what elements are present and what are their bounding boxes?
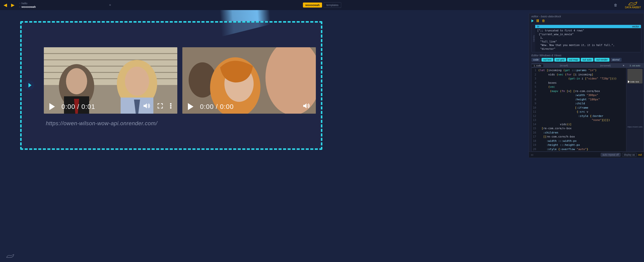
svg-point-16 bbox=[170, 103, 172, 105]
pill-out-render[interactable]: out render bbox=[594, 58, 609, 62]
editor-footer: ▭ auto repeat off display as out bbox=[529, 152, 644, 158]
editor-toolbar: 🗑 bbox=[529, 19, 644, 24]
code-line: 8 :height "180px" bbox=[532, 98, 626, 102]
tab-label: hello bbox=[21, 2, 27, 5]
pill-out-auto[interactable]: out auto bbox=[581, 58, 593, 62]
input-side-label: input(s) bbox=[532, 25, 535, 52]
pill-code[interactable]: code bbox=[531, 58, 540, 62]
preview-body: 0:00 / 0:0 https://owen-wilson- bbox=[626, 68, 643, 151]
logo: DATA RABBIT bbox=[625, 2, 641, 9]
code-tab-3[interactable]: (re-tunnel) bbox=[585, 64, 626, 67]
nav-forward-icon[interactable]: ▶ bbox=[10, 2, 16, 8]
code-wrap: 1. code (re-surf) (re-tunnel) ✕ 1(let [i… bbox=[531, 63, 644, 152]
code-line: 1(let [incoming (get :::params "in") bbox=[532, 68, 626, 73]
tab-active[interactable]: ≡ woooowah bbox=[19, 5, 36, 8]
display-as-button[interactable]: display as bbox=[622, 153, 637, 157]
trash-icon[interactable]: 🗑 bbox=[542, 19, 545, 23]
code-line: 12 :style {:border bbox=[532, 114, 626, 118]
code-line: 3 (get-in i ["video" "720p"]))) bbox=[532, 77, 626, 81]
canvas-block[interactable]: 0:00 / 0:01 bbox=[20, 21, 322, 150]
svg-marker-25 bbox=[303, 103, 307, 108]
preview-tab[interactable]: 3. out auto bbox=[626, 63, 643, 68]
view-pills: code out text out grid out map out auto … bbox=[529, 58, 644, 63]
tab-icon: ≡ bbox=[19, 6, 20, 8]
preview-pane: 3. out auto 0:00 / 0:0 https://owen-wils… bbox=[626, 63, 644, 152]
code-pane: 1. code (re-surf) (re-tunnel) ✕ 1(let [i… bbox=[531, 63, 626, 152]
video-1[interactable]: 0:00 / 0:01 bbox=[44, 47, 177, 114]
code-line: 16 :children bbox=[532, 131, 626, 135]
pill-out-map[interactable]: out map bbox=[567, 58, 580, 62]
input-body: [";; truncated to first 4 rows" {"curren… bbox=[535, 28, 641, 52]
code-line: 2 vids (vec (for [i incoming] bbox=[532, 73, 626, 77]
code-line: 4 boxes bbox=[532, 81, 626, 85]
code-tab-1[interactable]: 1. code bbox=[532, 64, 543, 67]
advance-arrow-button[interactable] bbox=[25, 80, 34, 90]
preview-link: https://owen-wilson- bbox=[627, 126, 642, 128]
code-line: 19 :height :::height-px bbox=[532, 143, 626, 147]
pill-atoms[interactable]: atoms! bbox=[611, 58, 622, 62]
topbar: ◀ ▶ ≡ hello ≡ woooowah ＋ woooowah templa… bbox=[0, 0, 644, 10]
tab-hello[interactable]: ≡ hello bbox=[19, 2, 36, 5]
code-line: 17 [[re-com.core/h-box bbox=[532, 135, 626, 139]
play-icon[interactable] bbox=[188, 103, 193, 110]
api-link[interactable]: https://owen-wilson-wow-api.onrender.com… bbox=[46, 120, 157, 127]
code-line: 18 :width :::width-px bbox=[532, 139, 626, 143]
fullscreen-icon[interactable] bbox=[157, 103, 163, 111]
pill-templates[interactable]: templates bbox=[324, 2, 341, 8]
tab-label: woooowah bbox=[21, 5, 36, 8]
editor-panel: editor - basic-data-block 🗑 input(s) in … bbox=[529, 13, 644, 158]
svg-marker-15 bbox=[144, 103, 147, 108]
code-line: 7 :width "300px" bbox=[532, 93, 626, 98]
code-line: 11 {:src v bbox=[532, 110, 626, 114]
svg-point-18 bbox=[170, 107, 172, 109]
rabbit-icon[interactable] bbox=[6, 254, 15, 259]
svg-point-8 bbox=[66, 68, 87, 94]
svg-point-12 bbox=[125, 67, 149, 96]
svg-point-17 bbox=[170, 105, 172, 107]
tab-icon: ≡ bbox=[19, 2, 20, 5]
trash-icon[interactable]: 🗑 bbox=[614, 3, 617, 7]
code-line: 14 vids))] bbox=[532, 122, 626, 127]
nav-back-icon[interactable]: ◀ bbox=[3, 2, 8, 8]
video-controls: 0:00 / 0:01 bbox=[44, 100, 177, 114]
preview-time: 0:00 / 0:0 bbox=[630, 81, 639, 83]
run-icon[interactable] bbox=[531, 19, 534, 22]
footer-left-icon[interactable]: ▭ bbox=[531, 153, 533, 156]
editor-title: editor - basic-data-block bbox=[529, 13, 644, 19]
input-head-left: in bbox=[537, 25, 539, 28]
more-icon[interactable] bbox=[170, 103, 172, 111]
volume-icon[interactable] bbox=[143, 103, 151, 111]
video-time: 0:00 / 0:00 bbox=[200, 103, 234, 111]
code-line: 20 :style {:overflow "auto"} bbox=[532, 147, 626, 152]
code-line: 13 "none"}}]]) bbox=[532, 118, 626, 122]
code-line: 6 (mapv (fn [v] [re-com.core/box bbox=[532, 89, 626, 94]
pill-workspace[interactable]: woooowah bbox=[303, 3, 322, 8]
code-tab-strip: 1. code (re-surf) (re-tunnel) ✕ bbox=[532, 63, 626, 68]
code-body[interactable]: 1(let [incoming (get :::params "in")2 vi… bbox=[532, 68, 626, 151]
preview-video[interactable]: 0:00 / 0:0 bbox=[627, 69, 642, 83]
logo-text: DATA RABBIT bbox=[625, 6, 641, 9]
auto-repeat-toggle[interactable]: auto repeat off bbox=[601, 153, 620, 157]
volume-icon[interactable] bbox=[303, 103, 310, 111]
video-2[interactable]: 0:00 / 0:00 bbox=[182, 47, 316, 114]
play-icon[interactable] bbox=[49, 103, 55, 110]
play-icon[interactable] bbox=[628, 80, 630, 83]
code-line: 9 :child bbox=[532, 102, 626, 106]
topbar-right: 🗑 DATA RABBIT bbox=[614, 2, 641, 9]
close-icon[interactable]: ✕ bbox=[623, 64, 625, 67]
add-tab-button[interactable]: ＋ bbox=[108, 3, 112, 7]
input-header[interactable]: in vector bbox=[535, 25, 641, 28]
input-head-right: vector bbox=[632, 25, 639, 28]
video-row: 0:00 / 0:01 bbox=[44, 47, 316, 114]
video-controls: 0:00 / 0:00 bbox=[182, 100, 316, 114]
pill-out-text[interactable]: out text bbox=[541, 58, 553, 62]
center-pills: woooowah templates bbox=[303, 2, 341, 8]
pill-out-grid[interactable]: out grid bbox=[554, 58, 566, 62]
pause-icon[interactable] bbox=[537, 19, 539, 22]
tab-list: ≡ hello ≡ woooowah bbox=[19, 2, 36, 8]
code-line: 10 [:iframe bbox=[532, 106, 626, 110]
footer-out[interactable]: out bbox=[638, 153, 642, 156]
input-block: input(s) in vector [";; truncated to fir… bbox=[531, 25, 641, 52]
section-label: Editor Windows & Views bbox=[529, 54, 644, 58]
code-tab-2[interactable]: (re-surf) bbox=[543, 64, 585, 67]
